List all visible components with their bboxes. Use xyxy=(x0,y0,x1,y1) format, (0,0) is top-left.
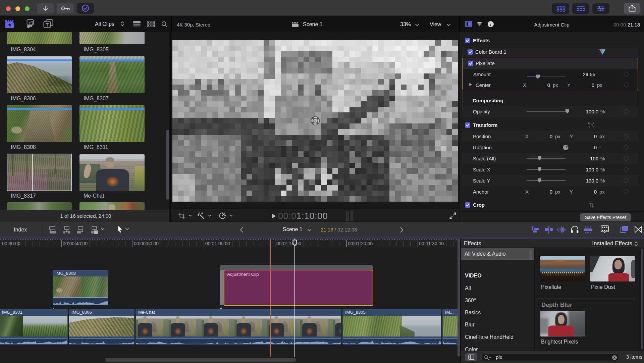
svg-text:T: T xyxy=(46,22,49,28)
svg-text:i: i xyxy=(490,22,491,27)
